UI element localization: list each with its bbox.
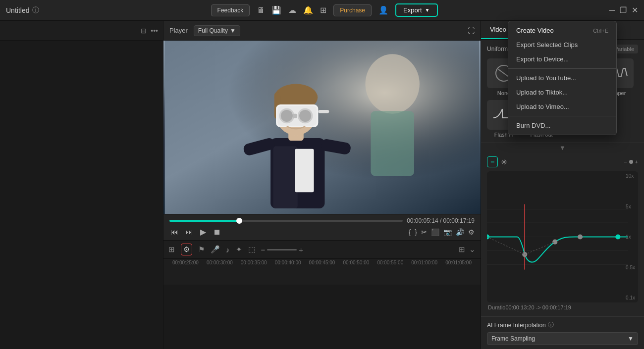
zoom-in-icon[interactable]: + bbox=[299, 246, 303, 254]
more-icon[interactable]: ••• bbox=[151, 27, 158, 35]
more-ctrl-icon[interactable]: ⚙ bbox=[468, 228, 475, 236]
ai-info-icon[interactable]: ⓘ bbox=[548, 321, 554, 329]
close-button[interactable]: ✕ bbox=[632, 6, 638, 14]
collapse-icon[interactable]: ⌄ bbox=[469, 245, 476, 254]
settings-gear-icon[interactable]: ⚙ bbox=[181, 244, 192, 255]
dropdown-export-selected[interactable]: Export Selected Clips bbox=[508, 38, 616, 52]
mark-out-icon[interactable]: } bbox=[415, 228, 417, 236]
curve-controls: − ✳ − + bbox=[487, 156, 638, 167]
bell-icon[interactable]: 🔔 bbox=[303, 5, 313, 15]
ruler-mark: 00:01:05:00 bbox=[441, 260, 476, 265]
timeline-tools-right: ⊞ ⌄ bbox=[459, 245, 476, 254]
graph-label-10x: 10x bbox=[626, 173, 635, 179]
zoom-slider[interactable] bbox=[267, 249, 297, 250]
ai-frame-select[interactable]: Frame Sampling ▼ bbox=[487, 332, 638, 345]
speed-graph[interactable]: 10x 5x 1x 0.5x 0.1x bbox=[487, 171, 638, 302]
dropdown-create-video[interactable]: Create Video Ctrl+E bbox=[508, 23, 616, 38]
account-icon[interactable]: 👤 bbox=[378, 5, 388, 15]
svg-point-2 bbox=[366, 54, 420, 113]
timeline-tools-left: ⊞ ⚙ ⚑ 🎤 ♪ ✦ ⬚ − + bbox=[168, 244, 303, 255]
curve-zoom: − + bbox=[624, 159, 638, 165]
graph-label-0-5x: 0.5x bbox=[626, 265, 635, 270]
maximize-button[interactable]: ❐ bbox=[620, 6, 627, 14]
monitor-icon[interactable]: 🖥 bbox=[257, 6, 265, 15]
play-button[interactable]: ▶ bbox=[199, 227, 207, 237]
grid-icon[interactable]: ⊞ bbox=[320, 5, 326, 15]
svg-line-42 bbox=[487, 237, 525, 255]
upload-vimeo-label: Upload to Vimeo... bbox=[516, 103, 569, 110]
fullscreen-icon[interactable]: ⛶ bbox=[468, 27, 475, 35]
progress-fill bbox=[169, 220, 239, 222]
frame-icon[interactable]: ⬚ bbox=[248, 245, 255, 254]
speed-expand-toggle[interactable]: ▼ bbox=[481, 143, 644, 152]
time-display: 00:00:05:14 / 00:00:17:19 bbox=[407, 217, 475, 224]
cloud-icon[interactable]: ☁ bbox=[288, 5, 296, 15]
sidebar-toolbar: ⊟ ••• bbox=[0, 21, 163, 41]
dropdown-export-device[interactable]: Export to Device... bbox=[508, 52, 616, 66]
duration-text: Duratio00:00:13:20 -> 00:00:17:19 bbox=[487, 302, 638, 312]
music-icon[interactable]: ♪ bbox=[226, 246, 230, 254]
purchase-button[interactable]: Purchase bbox=[333, 4, 372, 16]
title-left: Untitled ⓘ bbox=[6, 6, 39, 15]
zoom-plus-icon[interactable]: + bbox=[635, 159, 638, 165]
split-icon[interactable]: ⬛ bbox=[431, 228, 439, 236]
window-title: Untitled bbox=[6, 6, 29, 14]
video-preview bbox=[163, 41, 481, 214]
ruler-mark: 00:00:35:00 bbox=[237, 260, 271, 265]
svg-rect-3 bbox=[371, 111, 414, 176]
grid-layout-icon[interactable]: ⊞ bbox=[459, 245, 465, 254]
minimize-button[interactable]: ─ bbox=[609, 6, 615, 14]
left-sidebar: ⊟ ••• bbox=[0, 21, 163, 349]
graph-label-0-1x: 0.1x bbox=[626, 295, 635, 300]
svg-rect-5 bbox=[273, 146, 298, 208]
quality-select[interactable]: Full Quality ▼ bbox=[194, 25, 240, 36]
mic-icon[interactable]: 🎤 bbox=[211, 245, 220, 254]
timeline-add-icon[interactable]: ⊞ bbox=[168, 245, 175, 254]
graph-labels: 10x 5x 1x 0.5x 0.1x bbox=[626, 171, 635, 302]
ai-section: AI Frame Interpolation ⓘ Frame Sampling … bbox=[481, 316, 644, 349]
frame-back-button[interactable]: ⏭ bbox=[184, 227, 194, 237]
trim-icon[interactable]: ✂ bbox=[421, 228, 427, 236]
export-dropdown: Create Video Ctrl+E Export Selected Clip… bbox=[508, 21, 617, 135]
stop-button[interactable]: ⏹ bbox=[212, 227, 222, 237]
volume-icon[interactable]: 🔊 bbox=[456, 228, 464, 236]
dropdown-divider-1 bbox=[508, 68, 616, 69]
effects-icon[interactable]: ✦ bbox=[236, 245, 242, 254]
export-device-label: Export to Device... bbox=[516, 55, 569, 63]
title-center-icons: Feedback 🖥 💾 ☁ 🔔 ⊞ Purchase 👤 Export ▼ bbox=[211, 3, 438, 17]
ruler-mark: 00:00:55:00 bbox=[373, 260, 407, 265]
save-icon[interactable]: 💾 bbox=[271, 5, 281, 15]
zoom-out-icon[interactable]: − bbox=[261, 246, 266, 254]
feedback-button[interactable]: Feedback bbox=[211, 4, 250, 16]
ruler-mark: 00:00:30:00 bbox=[203, 260, 237, 265]
dropdown-burn-dvd[interactable]: Burn DVD... bbox=[508, 118, 616, 133]
filter-icon[interactable]: ⊟ bbox=[141, 27, 147, 35]
vr-scene-background bbox=[163, 41, 481, 214]
snowflake-icon[interactable]: ✳ bbox=[501, 157, 507, 167]
svg-point-14 bbox=[281, 110, 293, 122]
export-selected-label: Export Selected Clips bbox=[516, 41, 578, 49]
svg-rect-17 bbox=[293, 114, 297, 118]
dropdown-upload-vimeo[interactable]: Upload to Vimeo... bbox=[508, 100, 616, 114]
step-back-button[interactable]: ⏮ bbox=[169, 227, 179, 237]
ruler-mark: 00:00:25:00 bbox=[168, 260, 203, 265]
scene-svg bbox=[163, 41, 481, 214]
graph-svg bbox=[487, 171, 638, 302]
ruler-mark: 00:00:50:00 bbox=[339, 260, 373, 265]
flag-icon[interactable]: ⚑ bbox=[198, 245, 205, 254]
snapshot-icon[interactable]: 📷 bbox=[443, 228, 452, 236]
curve-section: − ✳ − + 10x 5x 1x 0.5x 0.1x bbox=[481, 152, 644, 316]
dropdown-upload-tiktok[interactable]: Upload to Tiktok... bbox=[508, 85, 616, 100]
progress-track[interactable] bbox=[169, 220, 403, 222]
tab-video-label: Video bbox=[490, 26, 506, 33]
upload-youtube-label: Upload to YouTube... bbox=[516, 74, 576, 82]
zoom-minus-icon[interactable]: − bbox=[624, 159, 627, 165]
timeline-toolbar: ⊞ ⚙ ⚑ 🎤 ♪ ✦ ⬚ − + ⊞ ⌄ bbox=[163, 241, 481, 259]
dropdown-upload-youtube[interactable]: Upload to YouTube... bbox=[508, 71, 616, 85]
export-button[interactable]: Export ▼ bbox=[395, 3, 437, 17]
curve-minus-button[interactable]: − bbox=[487, 156, 498, 167]
mark-in-icon[interactable]: { bbox=[409, 228, 411, 236]
chevron-down-icon: ▼ bbox=[425, 7, 430, 13]
ruler-mark: 00:00:40:00 bbox=[271, 260, 305, 265]
graph-label-5x: 5x bbox=[626, 204, 635, 209]
